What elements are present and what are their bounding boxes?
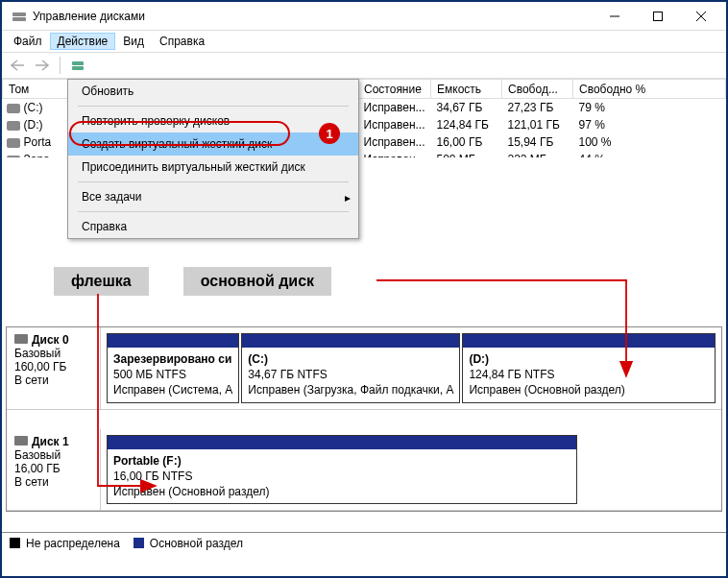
menu-help[interactable]: Справка <box>152 33 212 50</box>
minimize-button[interactable] <box>593 3 636 30</box>
disk-header-1: Диск 1 Базовый 16,00 ГБ В сети <box>7 429 101 511</box>
col-freepct[interactable]: Свободно % <box>573 80 726 99</box>
partition-c[interactable]: (C:)34,67 ГБ NTFSИсправен (Загрузка, Фай… <box>241 333 460 403</box>
disk-row-1[interactable]: Диск 1 Базовый 16,00 ГБ В сети Portable … <box>7 429 721 512</box>
titlebar: Управление дисками <box>2 2 726 31</box>
menu-view[interactable]: Вид <box>115 33 152 50</box>
refresh-icon[interactable] <box>68 56 87 75</box>
svg-rect-0 <box>12 12 26 16</box>
dd-refresh[interactable]: Обновить <box>68 80 358 103</box>
dd-all-tasks[interactable]: Все задачи▸ <box>68 185 358 208</box>
disk-graphical-view: Диск 0 Базовый 160,00 ГБ В сети Зарезерв… <box>6 326 722 512</box>
partition-reserved[interactable]: Зарезервировано си500 МБ NTFSИсправен (С… <box>107 333 239 403</box>
close-button[interactable] <box>679 3 722 30</box>
col-status[interactable]: Состояние <box>358 80 431 99</box>
col-volume[interactable]: Том <box>3 80 70 99</box>
legend-swatch-primary <box>133 538 144 548</box>
annotation-flash: флешка <box>54 267 149 296</box>
menubar: Файл Действие Вид Справка <box>2 31 726 52</box>
svg-rect-9 <box>14 436 28 446</box>
col-capacity[interactable]: Емкость <box>431 80 502 99</box>
dd-rescan[interactable]: Повторить проверку дисков <box>68 109 358 132</box>
forward-icon[interactable] <box>33 56 52 75</box>
svg-rect-1 <box>12 17 26 21</box>
disk-header-0: Диск 0 Базовый 160,00 ГБ В сети <box>7 327 101 409</box>
action-dropdown: Обновить Повторить проверку дисков Созда… <box>67 79 359 239</box>
svg-rect-3 <box>653 12 662 20</box>
chevron-right-icon: ▸ <box>345 191 351 205</box>
dd-help[interactable]: Справка <box>68 215 358 238</box>
menu-file[interactable]: Файл <box>6 33 50 50</box>
disk-row-0[interactable]: Диск 0 Базовый 160,00 ГБ В сети Зарезерв… <box>7 327 721 410</box>
annotation-maindisk: основной диск <box>183 267 331 296</box>
dd-attach-vhd[interactable]: Присоединить виртуальный жесткий диск <box>68 156 358 179</box>
legend-unalloc: Не распределена <box>26 537 120 550</box>
legend: Не распределена Основной раздел <box>2 532 726 553</box>
toolbar <box>2 52 726 79</box>
svg-rect-6 <box>72 61 84 65</box>
col-free[interactable]: Свобод... <box>502 80 573 99</box>
disk-icon <box>14 435 28 448</box>
window-title: Управление дисками <box>33 10 593 23</box>
dd-create-vhd[interactable]: Создать виртуальный жесткий диск <box>68 132 358 156</box>
partition-d[interactable]: (D:)124,84 ГБ NTFSИсправен (Основной раз… <box>462 333 716 403</box>
disk-icon <box>14 333 28 347</box>
svg-rect-7 <box>72 66 84 70</box>
menu-action[interactable]: Действие <box>50 33 116 50</box>
partition-f[interactable]: Portable (F:)16,00 ГБ NTFSИсправен (Осно… <box>107 435 577 505</box>
svg-rect-8 <box>14 334 28 344</box>
legend-primary: Основной раздел <box>150 537 243 550</box>
app-icon <box>12 9 27 24</box>
legend-swatch-unalloc <box>10 538 20 548</box>
maximize-button[interactable] <box>636 3 679 30</box>
back-icon[interactable] <box>8 56 27 75</box>
callout-badge-1: 1 <box>319 123 340 144</box>
